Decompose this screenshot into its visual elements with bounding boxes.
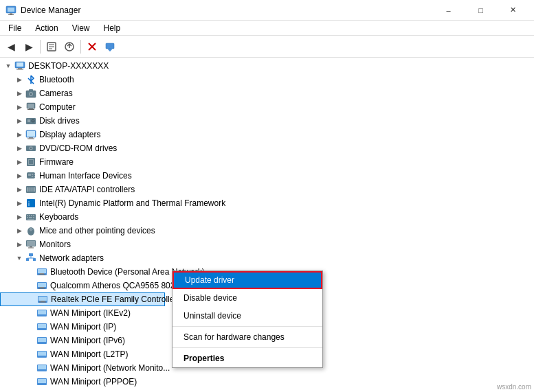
context-menu-item-disable[interactable]: Disable device [173, 289, 322, 307]
tree-item-firmware[interactable]: ▶ Firmware [0, 155, 534, 169]
svg-rect-40 [32, 174, 33, 175]
toolbar-scan[interactable] [102, 38, 118, 55]
tree-item-ide[interactable]: ▶ IDE ATA/ATAPI controllers [0, 183, 534, 196]
expand-firmware[interactable]: ▶ [14, 157, 25, 168]
svg-rect-13 [16, 62, 23, 67]
expand-computer[interactable]: ▶ [14, 102, 25, 113]
svg-rect-56 [27, 217, 28, 218]
tree-item-cameras[interactable]: ▶ Cameras [0, 87, 534, 100]
expand-wan-pppoe[interactable] [25, 376, 36, 387]
tree-item-monitors[interactable]: ▶ Monitors [0, 238, 534, 251]
firmware-icon [25, 156, 37, 168]
menu-view[interactable]: View [67, 22, 96, 34]
svg-rect-23 [27, 109, 34, 110]
expand-display[interactable]: ▶ [14, 129, 25, 140]
toolbar-properties[interactable] [43, 38, 60, 55]
expand-keyboards[interactable]: ▶ [14, 211, 25, 222]
tree-item-intel[interactable]: ▶ i Intel(R) Dynamic Platform and Therma… [0, 196, 534, 210]
network-device-icon-7 [36, 362, 48, 374]
monitors-label: Monitors [39, 240, 71, 249]
tree-item-root[interactable]: ▼ DESKTOP-XXXXXXX [0, 59, 534, 73]
expand-disk[interactable]: ▶ [14, 115, 25, 126]
display-icon [25, 128, 37, 141]
tree-item-display[interactable]: ▶ Display adapters [0, 128, 534, 141]
toolbar-update[interactable] [61, 38, 78, 55]
svg-rect-77 [38, 275, 45, 275]
svg-rect-53 [29, 215, 30, 216]
tree-item-realtek[interactable]: Realtek PCIe FE Family Controller [0, 292, 165, 306]
expand-mice[interactable]: ▶ [14, 225, 25, 236]
wan-ip-label: WAN Miniport (IP) [50, 322, 116, 332]
computer-label: Computer [39, 102, 76, 112]
bluetooth-icon [25, 73, 37, 86]
tree-item-hid[interactable]: ▶ Human Interface Devices [0, 169, 534, 183]
expand-dvd[interactable]: ▶ [14, 143, 25, 154]
tree-item-network[interactable]: ▼ Network adapters [0, 251, 534, 265]
expand-qualcomm[interactable] [25, 280, 36, 291]
wan-ipv6-label: WAN Miniport (IPv6) [50, 336, 125, 345]
minimize-button[interactable]: – [433, 3, 464, 17]
expand-network[interactable]: ▼ [14, 253, 25, 264]
expand-intel[interactable]: ▶ [14, 198, 25, 209]
expand-wan-l2tp[interactable] [25, 349, 36, 360]
expand-cameras[interactable]: ▶ [14, 88, 25, 99]
expand-bt-pan[interactable] [25, 266, 36, 277]
context-menu-item-scan[interactable]: Scan for hardware changes [173, 328, 322, 346]
svg-rect-66 [30, 246, 32, 248]
wan-l2tp-label: WAN Miniport (L2TP) [50, 349, 129, 359]
tree-item-wan-pppoe[interactable]: WAN Miniport (PPPOE) [0, 375, 534, 389]
tree-item-wan-pptp[interactable]: WAN Miniport (PPTP) [0, 389, 534, 392]
title-bar: Device Manager – □ ✕ [0, 0, 534, 21]
svg-rect-19 [29, 89, 33, 91]
menu-help[interactable]: Help [98, 22, 126, 34]
tree-view[interactable]: ▼ DESKTOP-XXXXXXX ▶ Bluetooth [0, 58, 534, 392]
tree-item-bluetooth[interactable]: ▶ Bluetooth [0, 73, 534, 87]
expand-realtek[interactable] [25, 294, 36, 305]
tree-item-disk[interactable]: ▶ Disk drives [0, 114, 534, 128]
toolbar-uninstall[interactable] [84, 38, 100, 55]
svg-rect-42 [32, 176, 33, 177]
svg-rect-87 [38, 310, 46, 314]
close-button[interactable]: ✕ [498, 3, 529, 17]
menu-action[interactable]: Action [30, 22, 63, 34]
toolbar-forward[interactable]: ▶ [21, 38, 37, 55]
context-menu-item-update[interactable]: Update driver [173, 271, 322, 289]
svg-rect-55 [33, 215, 34, 216]
intel-label: Intel(R) Dynamic Platform and Thermal Fr… [39, 198, 225, 208]
bluetooth-label: Bluetooth [39, 75, 74, 84]
expand-wan-ipv6[interactable] [25, 335, 36, 346]
svg-rect-3 [8, 14, 14, 15]
update-driver-label: Update driver [185, 275, 234, 285]
tree-item-computer[interactable]: ▶ Computer [0, 100, 534, 114]
svg-point-27 [32, 120, 34, 122]
ide-icon [25, 183, 37, 196]
expand-root[interactable]: ▼ [3, 60, 14, 71]
svg-rect-68 [29, 253, 33, 256]
tree-item-dvd[interactable]: ▶ DVD/CD-ROM drives [0, 141, 534, 155]
expand-wan-ikev2[interactable] [25, 308, 36, 319]
expand-wan-network[interactable] [25, 362, 36, 373]
hid-label: Human Interface Devices [39, 171, 132, 181]
svg-rect-79 [38, 283, 46, 287]
expand-hid[interactable]: ▶ [14, 170, 25, 181]
svg-rect-84 [41, 301, 45, 302]
tree-item-mice[interactable]: ▶ Mice and other pointing devices [0, 224, 534, 238]
expand-ide[interactable]: ▶ [14, 184, 25, 195]
toolbar-sep2 [80, 40, 81, 54]
svg-rect-95 [38, 365, 46, 369]
svg-text:i: i [28, 200, 30, 207]
computer-icon [14, 60, 26, 72]
svg-rect-89 [38, 324, 46, 328]
context-menu-item-properties[interactable]: Properties [173, 349, 322, 367]
expand-wan-ip[interactable] [25, 321, 36, 332]
maximize-button[interactable]: □ [465, 3, 496, 17]
menu-file[interactable]: File [3, 22, 27, 34]
context-menu-item-uninstall[interactable]: Uninstall device [173, 307, 322, 325]
intel-icon: i [25, 197, 37, 209]
expand-monitors[interactable]: ▶ [14, 239, 25, 250]
toolbar-back[interactable]: ◀ [3, 38, 19, 55]
tree-item-keyboards[interactable]: ▶ Keyboards [0, 210, 534, 224]
toolbar-sep1 [40, 40, 41, 54]
hid-icon [25, 170, 37, 182]
expand-bluetooth[interactable]: ▶ [14, 74, 25, 85]
